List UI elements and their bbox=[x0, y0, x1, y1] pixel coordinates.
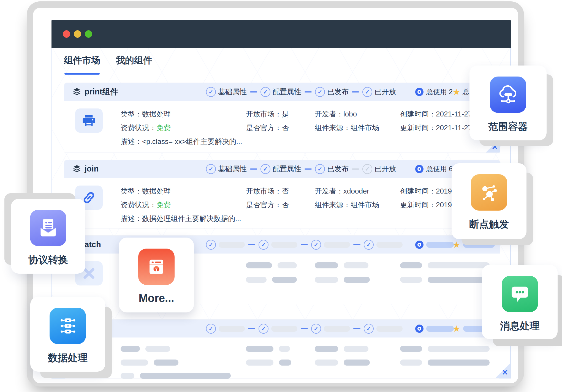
skeleton-pill bbox=[271, 326, 297, 332]
card-info-column: 创建时间：2019-1 更新时间：2019-1 bbox=[400, 186, 458, 210]
step-label: 配置属性 bbox=[273, 87, 301, 97]
content-panel: 组件市场 我的组件 print组件 ✓ 基础属性 ✓ 配置属性 ✓ 已发布 bbox=[51, 48, 511, 379]
component-card-join[interactable]: join ✓ 基础属性 ✓ 配置属性 ✓ 已发布 ✓ 已开放 总使用 6 bbox=[64, 160, 500, 228]
step-label: 配置属性 bbox=[273, 164, 301, 174]
data-nodes-icon bbox=[50, 308, 86, 344]
skeleton-pill bbox=[219, 242, 245, 248]
card-info-column: 开发者：lobo 组件来源：组件市场 bbox=[315, 109, 379, 133]
card-info-column: 类型：数据处理 资费状况：免费 描述：<p.class= xx>组件主要解决的.… bbox=[121, 109, 242, 146]
check-circle-icon: ✓ bbox=[362, 87, 372, 97]
floating-card-label: More... bbox=[119, 292, 194, 304]
check-circle-icon: ✓ bbox=[259, 324, 268, 334]
floating-card-message-processing[interactable]: 消息处理 bbox=[482, 265, 558, 339]
floating-card-scope-container[interactable]: 范围容器 bbox=[469, 66, 547, 140]
step-label: 基础属性 bbox=[218, 87, 247, 97]
check-circle-icon: ✓ bbox=[206, 87, 216, 97]
molecule-icon bbox=[471, 174, 507, 211]
step-connector bbox=[301, 244, 308, 245]
step-connector bbox=[305, 168, 312, 170]
floating-card-data-processing[interactable]: 数据处理 bbox=[30, 297, 105, 372]
maximize-window-button[interactable] bbox=[85, 30, 92, 38]
step-label: 已开放 bbox=[374, 164, 396, 174]
card-info-column: 类型：数据处理 资费状况：免费 描述：数据处理组件主要解决数据的... bbox=[121, 186, 241, 224]
check-circle-icon: ✓ bbox=[364, 240, 374, 250]
usage-count-skeleton bbox=[415, 236, 454, 254]
tab-my-components[interactable]: 我的组件 bbox=[116, 54, 152, 67]
layers-icon bbox=[72, 87, 81, 97]
close-icon[interactable]: ✕ bbox=[492, 143, 498, 151]
skeleton-row bbox=[121, 360, 178, 366]
usage-count: 总使用 6 bbox=[415, 160, 453, 178]
check-circle-icon-incomplete: ✓ bbox=[362, 164, 372, 174]
step-connector bbox=[305, 91, 312, 92]
tab-component-market[interactable]: 组件市场 bbox=[64, 54, 100, 67]
skeleton-pill bbox=[463, 242, 495, 248]
check-circle-icon: ✓ bbox=[206, 164, 216, 174]
step-label: 已发布 bbox=[327, 87, 349, 97]
browser-cube-icon bbox=[138, 249, 175, 285]
usage-text: 总使用 6 bbox=[426, 164, 453, 173]
skeleton-row bbox=[246, 277, 297, 283]
card-info-column: 开发者：xdooder 组件来源：组件市场 bbox=[315, 186, 379, 210]
usage-count-skeleton bbox=[415, 320, 454, 337]
skeleton-pill bbox=[376, 242, 403, 248]
skeleton-row bbox=[400, 346, 490, 352]
card-info-column: 开放市场：是 是否官方：否 bbox=[246, 109, 289, 133]
skeleton-pill bbox=[426, 326, 454, 332]
status-steps-skeleton: ✓ ✓ ✓ ✓ bbox=[206, 236, 403, 254]
skeleton-pill bbox=[426, 242, 454, 248]
skeleton-row bbox=[400, 360, 490, 366]
skeleton-row bbox=[400, 262, 490, 268]
check-circle-icon: ✓ bbox=[260, 164, 270, 174]
component-card-print[interactable]: print组件 ✓ 基础属性 ✓ 配置属性 ✓ 已发布 ✓ 已开放 总使用 2 bbox=[64, 83, 500, 153]
step-connector bbox=[250, 168, 257, 170]
card-header: join ✓ 基础属性 ✓ 配置属性 ✓ 已发布 ✓ 已开放 总使用 6 bbox=[64, 160, 500, 178]
close-window-button[interactable] bbox=[63, 30, 70, 38]
floating-card-label: 范围容器 bbox=[469, 120, 547, 134]
check-circle-icon: ✓ bbox=[260, 87, 270, 97]
skeleton-pill bbox=[324, 242, 350, 248]
skeleton-row bbox=[121, 346, 170, 352]
usage-count: 总使用 2 bbox=[415, 83, 453, 101]
card-title: atch bbox=[85, 240, 101, 249]
check-circle-icon: ✓ bbox=[315, 164, 325, 174]
step-label: 已开放 bbox=[374, 87, 396, 97]
usage-icon bbox=[415, 88, 423, 96]
step-connector bbox=[250, 91, 257, 92]
floating-card-breakpoint-trigger[interactable]: 断点触发 bbox=[452, 163, 526, 239]
card-title: join bbox=[85, 164, 99, 173]
status-steps: ✓ 基础属性 ✓ 配置属性 ✓ 已发布 ✓ 已开放 bbox=[206, 160, 396, 178]
step-connector bbox=[301, 328, 308, 329]
star-icon: ★ bbox=[452, 88, 460, 96]
status-steps-skeleton: ✓ ✓ ✓ ✓ bbox=[206, 320, 403, 337]
floating-card-label: 数据处理 bbox=[30, 351, 105, 365]
check-circle-icon: ✓ bbox=[311, 240, 321, 250]
layers-icon bbox=[72, 164, 81, 174]
skeleton-row bbox=[315, 346, 368, 352]
usage-icon bbox=[415, 241, 423, 249]
floating-card-label: 协议转换 bbox=[11, 253, 85, 267]
skeleton-row bbox=[315, 360, 370, 366]
skeleton-row bbox=[246, 346, 290, 352]
star-icon: ★ bbox=[452, 324, 460, 333]
page: 组件市场 我的组件 print组件 ✓ 基础属性 ✓ 配置属性 ✓ 已发布 bbox=[0, 0, 562, 392]
check-circle-icon: ✓ bbox=[364, 324, 374, 334]
skeleton-pill bbox=[324, 326, 350, 332]
step-label: 已发布 bbox=[327, 164, 349, 174]
component-card-skeleton[interactable]: ✓ ✓ ✓ ✓ ★ bbox=[64, 319, 500, 379]
skeleton-row bbox=[315, 262, 368, 268]
floating-card-more[interactable]: More... bbox=[119, 238, 194, 312]
skeleton-row bbox=[121, 373, 231, 379]
close-icon[interactable]: ✕ bbox=[502, 369, 508, 376]
skeleton-pill bbox=[376, 326, 403, 332]
step-connector bbox=[352, 91, 359, 92]
envelope-document-icon bbox=[30, 210, 66, 246]
status-steps: ✓ 基础属性 ✓ 配置属性 ✓ 已发布 ✓ 已开放 bbox=[206, 83, 396, 101]
star-icon: ★ bbox=[452, 240, 460, 249]
card-info-column: 开放市场：否 是否官方：否 bbox=[246, 186, 289, 210]
floating-card-protocol-convert[interactable]: 协议转换 bbox=[11, 199, 85, 274]
minimize-window-button[interactable] bbox=[74, 30, 81, 38]
skeleton-row bbox=[246, 360, 291, 366]
check-circle-icon: ✓ bbox=[315, 87, 325, 97]
usage-text: 总使用 2 bbox=[426, 87, 453, 96]
